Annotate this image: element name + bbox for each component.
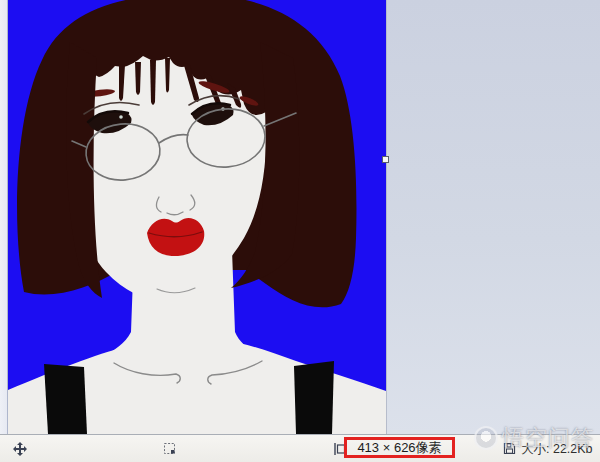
marquee-selection-icon[interactable] bbox=[163, 442, 176, 455]
dimensions-highlight-box: 413 × 626像素 bbox=[344, 437, 455, 458]
left-strap bbox=[44, 364, 87, 434]
image-viewer-window: 413 × 626像素 大小: 22.2Kb 悟空问答 bbox=[0, 0, 600, 462]
image-dimensions-value: 413 × 626像素 bbox=[357, 439, 441, 457]
save-disk-icon[interactable] bbox=[503, 442, 516, 455]
image-canvas[interactable] bbox=[8, 0, 386, 434]
move-tool-icon[interactable] bbox=[13, 442, 27, 456]
right-strap bbox=[294, 361, 334, 434]
status-bar: 413 × 626像素 大小: 22.2Kb bbox=[0, 434, 600, 462]
workspace-panel bbox=[386, 0, 600, 434]
left-edge-strip bbox=[0, 0, 8, 434]
selection-resize-handle[interactable] bbox=[382, 156, 389, 163]
file-size-label: 大小: 22.2Kb bbox=[521, 441, 593, 458]
